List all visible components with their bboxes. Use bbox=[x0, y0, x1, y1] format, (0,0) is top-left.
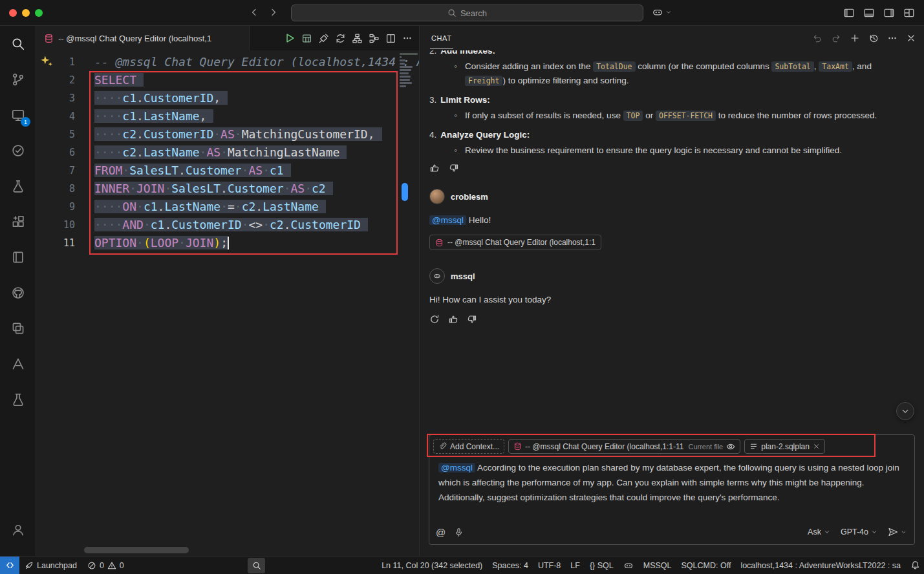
minimize-window-button[interactable] bbox=[22, 9, 30, 17]
thumbs-up-icon[interactable] bbox=[429, 163, 440, 173]
chat-panel: CHAT 2.Add Indexes:◦Consider adding an i… bbox=[419, 26, 924, 556]
sidebar-item-github[interactable] bbox=[0, 275, 36, 310]
message-attachment-pill[interactable]: -- @mssql Chat Query Editor (localhost,1… bbox=[429, 235, 601, 250]
split-editor-icon[interactable] bbox=[385, 33, 396, 44]
chat-panel-title[interactable]: CHAT bbox=[430, 28, 453, 48]
code-line[interactable]: 8INNER·JOIN·SalesLT.Customer·AS·c2 bbox=[36, 180, 419, 198]
thumbs-up-icon[interactable] bbox=[448, 314, 458, 324]
toggle-secondary-sidebar-icon[interactable] bbox=[883, 7, 895, 19]
database-icon bbox=[44, 34, 54, 43]
warnings-icon bbox=[107, 561, 116, 570]
eol-item[interactable]: LF bbox=[570, 561, 580, 570]
inline-code-chip: TotalDue bbox=[593, 61, 635, 72]
code-line[interactable]: 3····c1.CustomerID, bbox=[36, 89, 419, 107]
back-arrow-icon[interactable] bbox=[249, 7, 259, 17]
results-grid-icon[interactable] bbox=[301, 33, 312, 44]
remote-indicator-button[interactable] bbox=[0, 557, 19, 574]
sidebar-item-database-projects[interactable] bbox=[0, 381, 36, 417]
cursor-position-item[interactable]: Ln 11, Col 20 (342 selected) bbox=[381, 561, 482, 570]
sidebar-item-accounts[interactable] bbox=[0, 512, 36, 547]
code-line[interactable]: 10····AND·c1.CustomerID·<>·c2.CustomerID bbox=[36, 216, 419, 234]
database-icon bbox=[513, 442, 522, 451]
chat-conversation: 2.Add Indexes:◦Consider adding an index … bbox=[429, 50, 914, 421]
chat-input-box[interactable]: Add Context... -- @mssql Chat Query Edit… bbox=[429, 434, 915, 545]
connection-plug-icon[interactable] bbox=[318, 33, 329, 44]
scrollbar-decoration[interactable] bbox=[402, 183, 408, 201]
chat-history-icon[interactable] bbox=[868, 33, 879, 43]
sidebar-item-remote-explorer[interactable]: 1 bbox=[0, 97, 36, 133]
problems-item[interactable]: 0 0 bbox=[82, 557, 129, 574]
forward-arrow-icon[interactable] bbox=[268, 7, 279, 17]
bell-icon[interactable] bbox=[910, 560, 920, 570]
estimated-plan-icon[interactable] bbox=[369, 33, 380, 44]
sidebar-item-testing[interactable] bbox=[0, 133, 36, 168]
line-number: 10 bbox=[36, 216, 75, 234]
editor-horizontal-scrollbar[interactable] bbox=[84, 547, 189, 553]
new-chat-icon[interactable] bbox=[850, 33, 860, 43]
context-plan-chip[interactable]: plan-2.sqlplan bbox=[744, 439, 825, 454]
toggle-primary-sidebar-icon[interactable] bbox=[843, 7, 855, 19]
close-icon[interactable] bbox=[906, 33, 916, 43]
inline-code-chip: TaxAmt bbox=[819, 61, 852, 72]
model-dropdown[interactable]: GPT-4o bbox=[841, 527, 877, 537]
more-actions-icon[interactable] bbox=[402, 33, 413, 43]
minimap[interactable] bbox=[400, 53, 419, 87]
mode-dropdown[interactable]: Ask bbox=[808, 527, 830, 537]
line-number: 5 bbox=[36, 125, 75, 144]
add-context-button[interactable]: Add Context... bbox=[433, 439, 504, 454]
editor-group: -- @mssql Chat Query Editor (localhost,1… bbox=[36, 26, 419, 556]
code-editor[interactable]: 1-- @mssql Chat Query Editor (localhost,… bbox=[36, 50, 419, 556]
code-line[interactable]: 2SELECT bbox=[36, 71, 419, 89]
tab-chat-query-editor[interactable]: -- @mssql Chat Query Editor (localhost,1 bbox=[36, 26, 250, 50]
sqlcmd-item[interactable]: SQLCMD: Off bbox=[682, 561, 731, 570]
book-icon bbox=[11, 250, 25, 264]
thumbs-down-icon[interactable] bbox=[467, 314, 477, 324]
eye-icon[interactable] bbox=[726, 442, 735, 451]
schema-visualize-icon[interactable] bbox=[352, 33, 363, 44]
copilot-menu-button[interactable] bbox=[652, 6, 672, 18]
close-window-button[interactable] bbox=[9, 9, 17, 17]
code-line[interactable]: 5····c2.CustomerID·AS·MatchingCustomerID… bbox=[36, 125, 419, 144]
code-line[interactable]: 9····ON·c1.LastName·=·c2.LastName bbox=[36, 198, 419, 216]
code-line[interactable]: 11OPTION·(LOOP·JOIN); bbox=[36, 234, 419, 252]
scroll-to-bottom-button[interactable] bbox=[896, 402, 914, 420]
send-button[interactable] bbox=[888, 527, 907, 537]
user-name: croblesm bbox=[451, 192, 488, 202]
code-line[interactable]: 7FROM·SalesLT.Customer·AS·c1 bbox=[36, 162, 419, 180]
mic-icon[interactable] bbox=[454, 527, 464, 537]
sidebar-item-prompt[interactable] bbox=[0, 346, 36, 381]
change-connection-icon[interactable] bbox=[335, 33, 346, 44]
command-center-search[interactable]: Search bbox=[291, 5, 643, 21]
run-query-button[interactable] bbox=[284, 32, 295, 44]
sidebar-item-search[interactable] bbox=[0, 26, 36, 61]
remove-attachment-icon[interactable] bbox=[813, 443, 820, 450]
sidebar-item-notebook[interactable] bbox=[0, 239, 36, 275]
sidebar-item-extensions[interactable] bbox=[0, 204, 36, 239]
sidebar-item-layouts[interactable] bbox=[0, 310, 36, 346]
connection-item[interactable]: localhost,1434 : AdventureWorksLT2022 : … bbox=[740, 561, 901, 570]
maximize-window-button[interactable] bbox=[35, 9, 43, 17]
line-number: 9 bbox=[36, 198, 75, 216]
code-line[interactable]: 6····c2.LastName·AS·MatchingLastName bbox=[36, 144, 419, 162]
mssql-item[interactable]: MSSQL bbox=[643, 561, 672, 570]
regenerate-icon[interactable] bbox=[429, 314, 440, 324]
redo-icon[interactable] bbox=[831, 33, 841, 43]
chat-more-icon[interactable] bbox=[887, 33, 897, 43]
launchpad-item[interactable]: Launchpad bbox=[19, 557, 82, 574]
encoding-item[interactable]: UTF-8 bbox=[538, 561, 561, 570]
sidebar-item-source-control[interactable] bbox=[0, 61, 36, 97]
context-file-chip[interactable]: -- @mssql Chat Query Editor (localhost,1… bbox=[508, 439, 740, 454]
code-line[interactable]: 1-- @mssql Chat Query Editor (localhost,… bbox=[36, 53, 419, 71]
toggle-panel-icon[interactable] bbox=[863, 7, 875, 19]
chat-input-text[interactable]: @mssql According to the execution plan s… bbox=[429, 454, 914, 505]
errors-count: 0 bbox=[100, 561, 104, 570]
sidebar-item-run-and-debug[interactable] bbox=[0, 168, 36, 204]
customize-layout-icon[interactable] bbox=[903, 7, 915, 19]
language-item[interactable]: {} SQL bbox=[590, 561, 614, 570]
code-line[interactable]: 4····c1.LastName, bbox=[36, 107, 419, 125]
mention-icon[interactable]: @ bbox=[436, 527, 446, 538]
undo-icon[interactable] bbox=[812, 33, 822, 43]
thumbs-down-icon[interactable] bbox=[449, 163, 459, 173]
copilot-status-icon[interactable] bbox=[623, 560, 634, 571]
indentation-item[interactable]: Spaces: 4 bbox=[492, 561, 528, 570]
